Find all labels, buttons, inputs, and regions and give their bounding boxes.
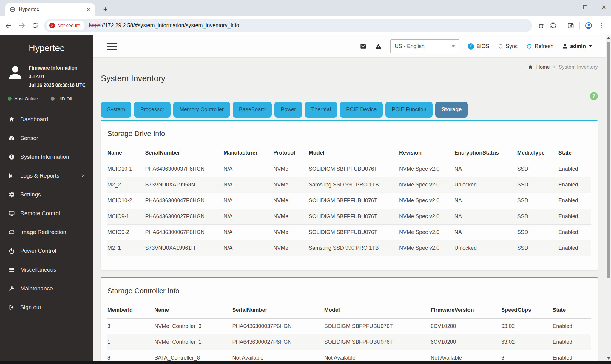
url-path: ://172.29.2.58/#system_information/syste…	[100, 22, 239, 28]
tab-close-icon[interactable]: ✕	[87, 7, 91, 13]
tab-baseboard[interactable]: BaseBoard	[233, 102, 272, 118]
column-header-model: Model	[324, 302, 431, 318]
table-cell: NA	[454, 193, 517, 209]
table-cell: SOLIDIGM SBFPFUBU076T	[309, 224, 399, 240]
column-header-mediatype: MediaType	[517, 145, 558, 161]
table-cell: 8	[107, 350, 154, 361]
tab-thermal[interactable]: Thermal	[305, 102, 337, 118]
table-cell: Enabled	[558, 209, 591, 224]
mail-icon[interactable]	[360, 43, 367, 50]
tab-title: Hypertec	[19, 7, 83, 13]
sidebar-item-logs-reports[interactable]: Logs & Reports	[0, 166, 93, 185]
table-cell: M2_2	[107, 177, 145, 193]
main-area: US - English i BIOS Sync	[93, 35, 611, 361]
breadcrumb-home-link[interactable]: Home	[536, 64, 550, 70]
bios-button[interactable]: i BIOS	[468, 43, 489, 50]
url-bar[interactable]: ✕ Not secure https://172.29.2.58/#system…	[44, 19, 532, 32]
info-circle-icon	[8, 153, 16, 161]
table-cell: Enabled	[558, 161, 591, 177]
table-cell: PHA6436300047P6HGN	[145, 193, 224, 209]
sign-out-icon	[8, 304, 16, 311]
user-menu[interactable]: admin	[562, 43, 592, 50]
tab-system[interactable]: System	[101, 102, 131, 118]
sidebar-item-settings[interactable]: Settings	[0, 185, 93, 204]
sidebar-item-miscellaneous[interactable]: Miscellaneous	[0, 260, 93, 279]
extensions-icon[interactable]	[550, 22, 557, 29]
table-cell: 6CV10200	[431, 334, 501, 350]
warning-icon[interactable]	[375, 43, 382, 50]
sidebar-item-image-redirection[interactable]: Image Redirection	[0, 223, 93, 241]
table-cell: PHA6436300037P6HGN	[145, 161, 224, 177]
reload-button-icon[interactable]	[31, 22, 39, 30]
forward-button-icon[interactable]	[18, 22, 26, 30]
sidebar-item-dashboard[interactable]: Dashboard	[0, 110, 93, 129]
scrollbar-up-arrow[interactable]	[606, 35, 611, 40]
sidebar-item-sensor[interactable]: Sensor	[0, 129, 93, 147]
table-cell: 3	[107, 318, 154, 334]
sidebar-item-label: Settings	[20, 191, 41, 198]
tab-memory-controller[interactable]: Memory Controller	[173, 102, 230, 118]
table-cell: SSD	[517, 177, 558, 193]
sidebar-item-label: Sign out	[20, 304, 41, 311]
table-cell: 1	[107, 334, 154, 350]
window-maximize-button[interactable]	[583, 5, 587, 9]
column-header-serialnumber: SerialNumber	[145, 145, 224, 161]
language-value: US - English	[395, 43, 425, 50]
gauge-icon	[8, 135, 16, 142]
table-cell: SSD	[517, 161, 558, 177]
help-button[interactable]: ?	[590, 92, 598, 100]
sidebar-item-label: Dashboard	[20, 116, 48, 123]
table-cell: Samsung SSD 990 PRO 1TB	[309, 177, 399, 193]
not-secure-badge[interactable]: ✕ Not secure	[47, 21, 84, 30]
breadcrumb: Home > System Inventory	[101, 64, 598, 71]
table-cell: NA	[454, 209, 517, 224]
table-cell: N/A	[223, 240, 273, 256]
browser-tab[interactable]: Hypertec ✕	[5, 3, 95, 16]
table-cell: 6	[501, 350, 553, 361]
window-close-button[interactable]: ✕	[601, 4, 606, 11]
sync-button[interactable]: Sync	[498, 43, 518, 50]
sidebar-item-maintenance[interactable]: Maintenance	[0, 279, 93, 298]
table-cell: PHA6436300037P6HGN	[232, 318, 324, 334]
language-select[interactable]: US - English	[390, 39, 459, 53]
firmware-information-link[interactable]: Firmware Information	[29, 64, 78, 73]
browser-toolbar: ✕ Not secure https://172.29.2.58/#system…	[0, 16, 611, 35]
search-tabs-icon[interactable]	[567, 22, 574, 29]
tab-pcie-device[interactable]: PCIE Device	[340, 102, 383, 118]
sidebar-item-power-control[interactable]: Power Control	[0, 241, 93, 260]
toolbar-actions: ⋮	[537, 22, 606, 30]
table-cell: SSD	[517, 240, 558, 256]
window-minimize-button[interactable]	[564, 7, 569, 7]
browser-menu-icon[interactable]: ⋮	[598, 22, 606, 29]
sidebar-item-label: System Information	[20, 154, 69, 160]
sidebar-item-label: Remote Control	[20, 210, 60, 217]
sidebar-item-label: Image Redirection	[20, 229, 66, 235]
tab-pcie-function[interactable]: PCIE Function	[385, 102, 433, 118]
scrollbar-thumb[interactable]	[607, 42, 610, 278]
bookmark-star-icon[interactable]	[537, 22, 544, 29]
firmware-version: 3.12.01	[29, 73, 86, 81]
browser-profile-icon[interactable]	[585, 22, 593, 30]
sidebar-item-remote-control[interactable]: Remote Control	[0, 204, 93, 223]
table-cell: Not Available	[324, 350, 431, 361]
table-cell: NVMe	[273, 177, 308, 193]
table-cell: N/A	[223, 224, 273, 240]
sidebar-item-system-information[interactable]: System Information	[0, 147, 93, 166]
refresh-button[interactable]: Refresh	[526, 43, 553, 50]
tab-power[interactable]: Power	[274, 102, 302, 118]
sidebar-item-sign-out[interactable]: Sign out	[0, 298, 93, 317]
page-scrollbar[interactable]	[606, 35, 611, 361]
bar-chart-icon	[8, 172, 16, 179]
table-cell: Samsung SSD 990 PRO 1TB	[309, 240, 399, 256]
column-header-firmwareversion: FirmwareVersion	[431, 302, 501, 318]
tab-storage[interactable]: Storage	[435, 102, 468, 118]
tab-processor[interactable]: Processor	[134, 102, 171, 118]
hamburger-menu-icon[interactable]	[107, 43, 117, 50]
new-tab-button[interactable]: +	[100, 4, 110, 14]
table-cell: SSD	[517, 224, 558, 240]
back-button-icon[interactable]	[5, 22, 13, 30]
url-protocol: https	[89, 22, 100, 28]
scrollbar-down-arrow[interactable]	[606, 356, 611, 361]
home-icon	[8, 116, 16, 123]
host-online-dot	[8, 97, 12, 101]
